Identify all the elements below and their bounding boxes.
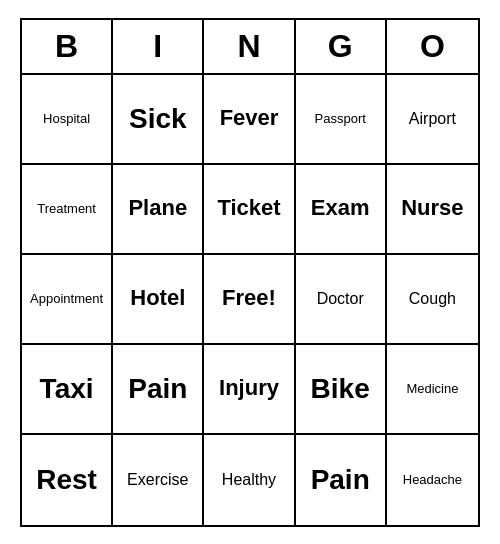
bingo-cell: Headache [387, 435, 478, 525]
bingo-cell: Pain [113, 345, 204, 435]
bingo-cell: Exam [296, 165, 387, 255]
cell-text: Bike [311, 372, 370, 406]
bingo-cell: Medicine [387, 345, 478, 435]
header-letter: G [296, 20, 387, 73]
bingo-cell: Injury [204, 345, 295, 435]
bingo-cell: Free! [204, 255, 295, 345]
bingo-header: BINGO [22, 20, 478, 75]
cell-text: Medicine [406, 381, 458, 397]
bingo-cell: Ticket [204, 165, 295, 255]
cell-text: Pain [311, 463, 370, 497]
bingo-cell: Doctor [296, 255, 387, 345]
cell-text: Sick [129, 102, 187, 136]
cell-text: Treatment [37, 201, 96, 217]
bingo-cell: Airport [387, 75, 478, 165]
cell-text: Airport [409, 109, 456, 128]
bingo-card: BINGO HospitalSickFeverPassportAirportTr… [20, 18, 480, 527]
bingo-cell: Exercise [113, 435, 204, 525]
cell-text: Fever [220, 105, 279, 131]
cell-text: Free! [222, 285, 276, 311]
cell-text: Hospital [43, 111, 90, 127]
cell-text: Exam [311, 195, 370, 221]
bingo-cell: Rest [22, 435, 113, 525]
bingo-cell: Nurse [387, 165, 478, 255]
cell-text: Injury [219, 375, 279, 401]
cell-text: Taxi [40, 372, 94, 406]
cell-text: Ticket [217, 195, 280, 221]
cell-text: Headache [403, 472, 462, 488]
cell-text: Rest [36, 463, 97, 497]
cell-text: Hotel [130, 285, 185, 311]
cell-text: Passport [315, 111, 366, 127]
bingo-cell: Fever [204, 75, 295, 165]
bingo-grid: HospitalSickFeverPassportAirportTreatmen… [22, 75, 478, 525]
header-letter: B [22, 20, 113, 73]
bingo-cell: Sick [113, 75, 204, 165]
bingo-cell: Healthy [204, 435, 295, 525]
bingo-cell: Taxi [22, 345, 113, 435]
header-letter: N [204, 20, 295, 73]
cell-text: Exercise [127, 470, 188, 489]
header-letter: I [113, 20, 204, 73]
cell-text: Healthy [222, 470, 276, 489]
bingo-cell: Passport [296, 75, 387, 165]
cell-text: Doctor [317, 289, 364, 308]
bingo-cell: Appointment [22, 255, 113, 345]
bingo-cell: Hotel [113, 255, 204, 345]
cell-text: Nurse [401, 195, 463, 221]
bingo-cell: Pain [296, 435, 387, 525]
cell-text: Pain [128, 372, 187, 406]
cell-text: Appointment [30, 291, 103, 307]
bingo-cell: Cough [387, 255, 478, 345]
cell-text: Cough [409, 289, 456, 308]
cell-text: Plane [128, 195, 187, 221]
header-letter: O [387, 20, 478, 73]
bingo-cell: Treatment [22, 165, 113, 255]
bingo-cell: Hospital [22, 75, 113, 165]
bingo-cell: Plane [113, 165, 204, 255]
bingo-cell: Bike [296, 345, 387, 435]
